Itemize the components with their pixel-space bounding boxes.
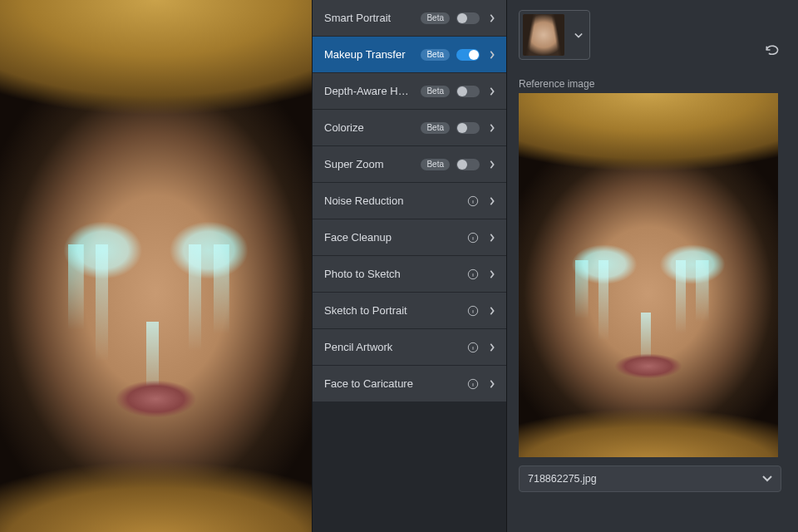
chevron-right-icon [486,343,498,352]
beta-badge: Beta [421,159,450,170]
chevron-right-icon [486,51,498,59]
filter-label: Face to Caricature [324,377,460,390]
filter-toggle[interactable] [456,122,480,134]
toggle-knob [457,160,467,170]
filter-row[interactable]: Makeup TransferBeta [313,37,506,73]
filter-row[interactable]: Photo to Sketch [313,256,506,293]
face-picker-caret[interactable] [571,14,586,56]
chevron-right-icon [486,124,498,132]
filter-label: Smart Portrait [324,12,414,24]
face-thumbnail [523,14,564,56]
beta-badge: Beta [421,86,450,97]
info-icon[interactable] [466,304,480,318]
filter-toggle[interactable] [456,86,480,97]
chevron-down-icon [762,473,772,485]
reference-file-select[interactable]: 718862275.jpg [519,466,781,492]
filter-row[interactable]: Noise Reduction [313,183,506,219]
info-icon[interactable] [466,231,480,244]
reference-image-content [519,93,778,457]
info-icon[interactable] [466,341,480,354]
neural-filters-list: Smart PortraitBetaMakeup TransferBetaDep… [312,0,507,532]
filter-label: Face Cleanup [324,231,460,244]
filter-row[interactable]: Face Cleanup [313,219,506,256]
reference-file-name: 718862275.jpg [528,473,597,485]
filter-row[interactable]: Face to Caricature [313,366,506,402]
chevron-right-icon [486,197,498,205]
toggle-knob [457,86,467,96]
filter-list-filler [313,402,506,532]
chevron-right-icon [486,87,498,96]
panel-top-row [519,10,781,63]
canvas-image [0,0,312,532]
filter-row[interactable]: ColorizeBeta [313,110,506,146]
toggle-knob [469,50,479,60]
filter-toggle[interactable] [456,49,480,61]
filter-label: Colorize [324,121,414,134]
chevron-right-icon [486,234,498,242]
chevron-right-icon [486,380,498,388]
filter-label: Sketch to Portrait [324,304,460,317]
chevron-right-icon [486,307,498,315]
toggle-knob [457,123,467,133]
filter-label: Super Zoom [324,158,414,170]
filter-row[interactable]: Sketch to Portrait [313,293,506,329]
chevron-right-icon [486,160,498,169]
filter-toggle[interactable] [456,12,480,24]
info-icon[interactable] [466,268,480,281]
reference-image[interactable] [519,93,778,457]
app-root: Smart PortraitBetaMakeup TransferBetaDep… [0,0,798,532]
filter-label: Noise Reduction [324,195,460,207]
toggle-knob [457,13,467,23]
beta-badge: Beta [421,12,450,24]
filter-row[interactable]: Smart PortraitBeta [313,0,506,37]
filter-label: Pencil Artwork [324,341,460,353]
filter-label: Photo to Sketch [324,268,460,280]
filter-row[interactable]: Super ZoomBeta [313,146,506,183]
filter-row[interactable]: Pencil Artwork [313,329,506,366]
info-icon[interactable] [466,195,480,208]
filter-label: Makeup Transfer [324,48,414,61]
reference-image-label: Reference image [519,78,781,90]
beta-badge: Beta [421,49,450,61]
beta-badge: Beta [421,122,450,134]
filter-toggle[interactable] [456,159,480,170]
filter-options-panel: Reference image 718862275.jpg [507,0,798,532]
info-icon[interactable] [466,377,480,391]
chevron-right-icon [486,270,498,278]
undo-icon [764,43,781,59]
face-picker[interactable] [519,10,590,60]
chevron-right-icon [486,14,498,22]
chevron-down-icon [574,29,583,42]
main-canvas[interactable] [0,0,312,532]
filter-label: Depth-Aware H… [324,85,414,97]
filter-row[interactable]: Depth-Aware H…Beta [313,73,506,110]
reset-button[interactable] [763,42,781,60]
